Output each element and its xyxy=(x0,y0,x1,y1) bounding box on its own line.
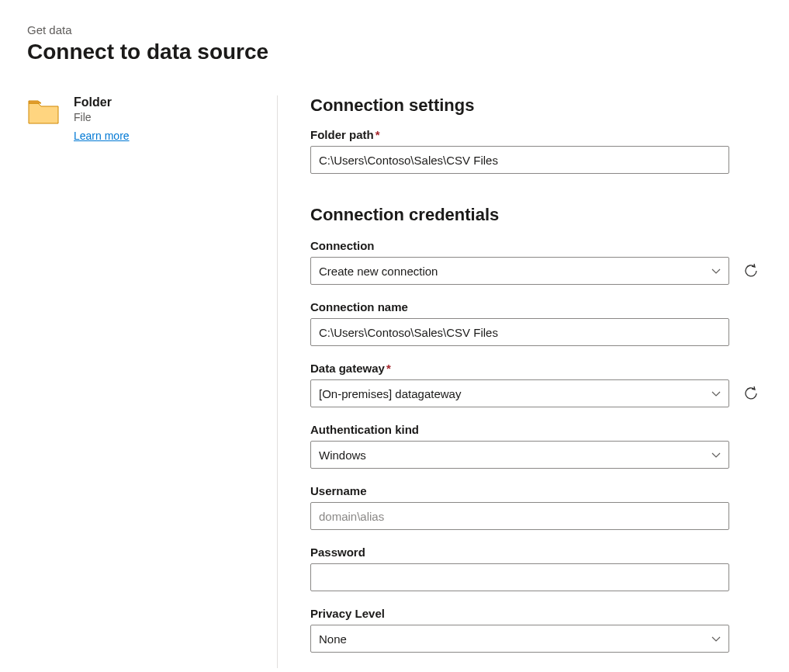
data-gateway-label: Data gateway* xyxy=(310,362,762,375)
breadcrumb: Get data xyxy=(27,23,762,36)
source-item: Folder File Learn more xyxy=(27,95,254,142)
source-title: Folder xyxy=(74,95,130,109)
auth-kind-label: Authentication kind xyxy=(310,423,762,436)
source-type: File xyxy=(74,111,130,123)
privacy-level-select[interactable] xyxy=(310,625,729,653)
folder-path-input[interactable] xyxy=(310,146,729,174)
username-label: Username xyxy=(310,484,762,497)
auth-kind-select[interactable] xyxy=(310,441,729,469)
connection-name-label: Connection name xyxy=(310,300,762,313)
page-title: Connect to data source xyxy=(27,40,762,64)
refresh-icon xyxy=(742,385,760,402)
connection-settings-heading: Connection settings xyxy=(310,95,762,116)
refresh-icon xyxy=(742,262,760,279)
learn-more-link[interactable]: Learn more xyxy=(74,130,130,142)
connection-label: Connection xyxy=(310,239,762,252)
folder-path-label: Folder path* xyxy=(310,128,762,141)
required-asterisk: * xyxy=(375,128,380,141)
connection-select[interactable] xyxy=(310,257,729,285)
connection-name-input[interactable] xyxy=(310,318,729,346)
connection-credentials-heading: Connection credentials xyxy=(310,205,762,225)
password-input[interactable] xyxy=(310,563,729,591)
password-label: Password xyxy=(310,546,762,559)
privacy-level-label: Privacy Level xyxy=(310,607,762,620)
refresh-connection-button[interactable] xyxy=(740,260,762,282)
required-asterisk: * xyxy=(386,362,391,375)
refresh-gateway-button[interactable] xyxy=(740,383,762,404)
source-panel: Folder File Learn more xyxy=(27,95,278,668)
folder-icon xyxy=(27,99,60,125)
username-input[interactable] xyxy=(310,502,729,530)
data-gateway-select[interactable] xyxy=(310,379,729,407)
settings-panel: Connection settings Folder path* Connect… xyxy=(278,95,762,668)
